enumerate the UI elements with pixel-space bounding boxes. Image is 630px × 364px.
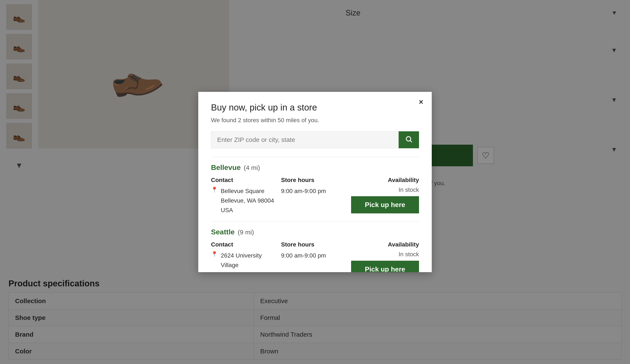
seattle-hours-col: Store hours 9:00 am-9:00 pm	[281, 241, 349, 272]
divider-1	[211, 157, 419, 157]
modal-title: Buy now, pick up in a store	[211, 102, 419, 113]
location-pin-icon: 📍	[211, 186, 218, 193]
zip-input[interactable]	[211, 131, 399, 148]
seattle-grid: Contact 📍 2624 University Village Plaza …	[211, 241, 419, 272]
bellevue-hours-header: Store hours	[281, 177, 349, 183]
seattle-availability-status: In stock	[399, 251, 419, 258]
svg-line-1	[410, 140, 412, 142]
seattle-pickup-button[interactable]: Pick up here	[351, 261, 419, 272]
bellevue-contact-header: Contact	[211, 177, 279, 183]
bellevue-availability-col: Availability In stock Pick up here	[351, 177, 419, 215]
bellevue-contact-col: Contact 📍 Bellevue Square Bellevue, WA 9…	[211, 177, 279, 215]
seattle-distance: (9 mi)	[238, 229, 254, 236]
location-pin-icon-2: 📍	[211, 251, 218, 258]
seattle-availability-header: Availability	[388, 241, 419, 248]
store-name-row-seattle: Seattle (9 mi)	[211, 228, 419, 236]
store-name-row: Bellevue (4 mi)	[211, 163, 419, 172]
bellevue-name: Bellevue	[211, 163, 241, 171]
store-seattle: Seattle (9 mi) Contact 📍 2624 University…	[211, 228, 419, 272]
seattle-hours: 9:00 am-9:00 pm	[281, 251, 349, 261]
modal-overlay[interactable]: × Buy now, pick up in a store We found 2…	[0, 0, 630, 364]
modal-close-button[interactable]: ×	[419, 98, 423, 106]
seattle-contact-col: Contact 📍 2624 University Village Plaza …	[211, 241, 279, 272]
bellevue-hours-col: Store hours 9:00 am-9:00 pm	[281, 177, 349, 215]
store-bellevue: Bellevue (4 mi) Contact 📍 Bellevue Squar…	[211, 163, 419, 215]
bellevue-availability-header: Availability	[388, 177, 419, 183]
bellevue-distance: (4 mi)	[244, 164, 260, 171]
seattle-address: 2624 University Village Plaza NE Seattle…	[221, 251, 279, 272]
bellevue-hours: 9:00 am-9:00 pm	[281, 186, 349, 196]
seattle-contact-row: 📍 2624 University Village Plaza NE Seatt…	[211, 251, 279, 272]
bellevue-contact-row: 📍 Bellevue Square Bellevue, WA 98004 USA	[211, 186, 279, 215]
search-icon	[405, 135, 413, 144]
bellevue-pickup-button[interactable]: Pick up here	[351, 196, 419, 213]
bellevue-address: Bellevue Square Bellevue, WA 98004 USA	[221, 186, 274, 215]
bellevue-grid: Contact 📍 Bellevue Square Bellevue, WA 9…	[211, 177, 419, 215]
seattle-hours-header: Store hours	[281, 241, 349, 248]
store-pickup-modal: × Buy now, pick up in a store We found 2…	[198, 92, 432, 272]
search-button[interactable]	[399, 131, 419, 148]
seattle-contact-header: Contact	[211, 241, 279, 248]
seattle-availability-col: Availability In stock Pick up here	[351, 241, 419, 272]
bellevue-availability-status: In stock	[399, 186, 419, 193]
seattle-name: Seattle	[211, 228, 235, 236]
modal-subtitle: We found 2 stores within 50 miles of you…	[211, 117, 419, 124]
search-row	[211, 131, 419, 148]
